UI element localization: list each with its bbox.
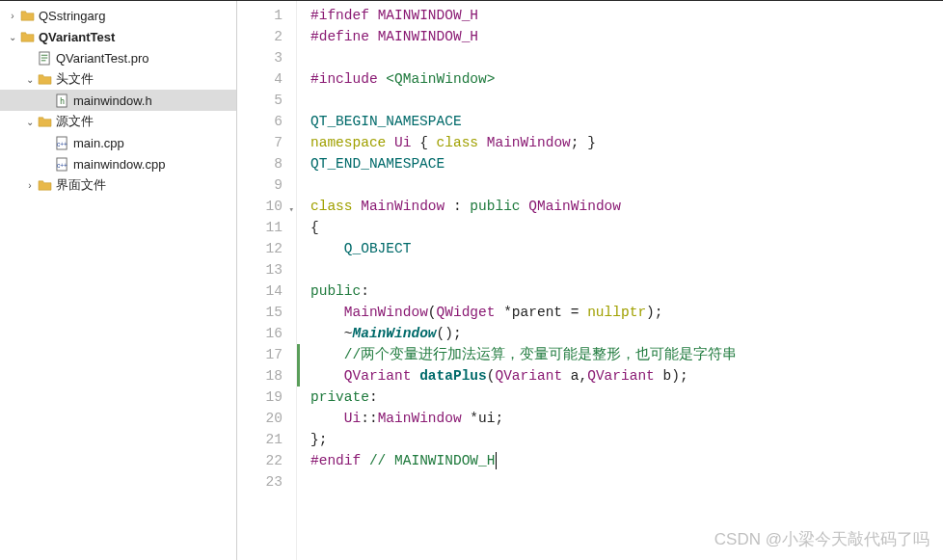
fold-icon[interactable]: ▾ [289,200,294,221]
svg-rect-3 [40,60,45,61]
code-line[interactable] [310,47,943,68]
code-line[interactable]: Ui::MainWindow *ui; [310,408,943,429]
code-line[interactable]: namespace Ui { class MainWindow; } [310,132,943,153]
tree-item--[interactable]: ›界面文件 [0,174,236,196]
tree-item--[interactable]: ⌄源文件 [0,111,236,132]
tree-item-main-cpp[interactable]: c++main.cpp [0,132,236,153]
code-line[interactable]: #define MAINWINDOW_H [310,26,943,47]
token: QT_BEGIN_NAMESPACE [310,114,462,129]
tree-item-label: 源文件 [56,113,94,130]
line-number: 21 [237,429,283,450]
line-number: 12 [237,238,283,259]
tree-item-label: QVariantTest [39,30,115,44]
token: public [470,199,520,214]
code-line[interactable]: //两个变量进行加法运算，变量可能是整形，也可能是字符串 [310,344,943,365]
code-line[interactable] [310,174,943,196]
tree-item-mainwindow-cpp[interactable]: c++mainwindow.cpp [0,153,236,174]
token [310,347,344,362]
tree-item-qvarianttest-pro[interactable]: QVariantTest.pro [0,47,236,68]
line-number: 9 [237,174,283,196]
project-tree[interactable]: ›QSstringarg⌄QVariantTestQVariantTest.pr… [0,1,237,560]
line-number: 11 [237,217,283,238]
token [411,368,419,384]
code-line[interactable]: MainWindow(QWidget *parent = nullptr); [310,302,943,323]
token: #define [310,29,369,44]
token [478,135,487,150]
profile-icon [37,50,52,66]
token: *parent = [495,305,587,320]
code-line[interactable]: public: [310,280,943,302]
token: MAINWINDOW_H [378,8,478,23]
token: nullptr [587,305,646,320]
token: #endif [310,453,361,468]
token [353,199,362,214]
token: { [310,220,319,235]
token: QWidget [437,305,496,320]
token: MainWindow [361,199,445,214]
expander-icon[interactable]: ⌄ [6,32,19,42]
tree-item-qvarianttest[interactable]: ⌄QVariantTest [0,26,236,47]
code-editor[interactable]: 12345678910▾11121314151617181920212223 #… [237,1,943,560]
token: Ui [344,411,361,426]
token: QMainWindow [528,199,621,214]
code-line[interactable]: Q_OBJECT [310,238,943,259]
code-line[interactable]: ~MainWindow(); [310,323,943,344]
token [386,135,394,150]
folder-icon [19,8,35,23]
token [310,241,344,256]
token: MainWindow [344,305,428,320]
token: MainWindow [353,326,437,341]
line-number: 22 [237,450,283,471]
token: b); [655,368,688,384]
tree-item-mainwindow-h[interactable]: hmainwindow.h [0,90,236,111]
expander-icon[interactable]: ⌄ [23,117,37,127]
code-line[interactable]: QT_END_NAMESPACE [310,153,943,174]
code-line[interactable]: QT_BEGIN_NAMESPACE [310,111,943,132]
cppfile-icon: c++ [54,135,69,150]
token: <QMainWindow> [386,71,495,87]
code-line[interactable]: { [310,217,943,238]
token: Ui [394,135,411,150]
tree-item-label: 头文件 [56,70,94,88]
token: : [361,283,369,299]
token: // MAINWINDOW_H [369,453,496,468]
code-line[interactable]: #include <QMainWindow> [310,68,943,90]
token [369,8,378,23]
code-line[interactable]: QVariant dataPlus(QVariant a,QVariant b)… [310,365,943,387]
code-line[interactable]: #ifndef MAINWINDOW_H [310,5,943,26]
expander-icon[interactable]: › [6,11,19,21]
tree-item-label: QVariantTest.pro [56,51,149,66]
code-line[interactable]: #endif // MAINWINDOW_H [310,450,943,471]
code-line[interactable] [310,259,943,280]
line-number: 15 [237,302,283,323]
token [310,411,344,426]
folder-icon [37,71,52,87]
tree-item-qsstringarg[interactable]: ›QSstringarg [0,5,236,26]
line-number: 17 [237,344,283,365]
token [310,305,344,320]
token: QT_END_NAMESPACE [310,156,445,172]
expander-icon[interactable]: › [23,180,37,191]
token: *ui; [462,411,504,426]
folder-icon [37,114,52,129]
code-line[interactable]: private: [310,387,943,408]
token: class [437,135,479,150]
hfile-icon: h [54,93,69,108]
svg-text:c++: c++ [57,162,67,169]
code-area[interactable]: #ifndef MAINWINDOW_H#define MAINWINDOW_H… [297,1,943,560]
token: MainWindow [378,411,462,426]
code-line[interactable] [310,471,943,493]
line-number-gutter: 12345678910▾11121314151617181920212223 [237,1,297,560]
token: namespace [310,135,386,150]
token: QVariant [344,368,412,384]
token: : [369,389,378,405]
line-number: 18 [237,365,283,387]
line-number: 4 [237,68,283,90]
expander-icon[interactable]: ⌄ [23,74,37,85]
line-number: 13 [237,259,283,280]
code-line[interactable]: }; [310,429,943,450]
tree-item--[interactable]: ⌄头文件 [0,68,236,90]
code-line[interactable]: class MainWindow : public QMainWindow [310,196,943,217]
code-line[interactable] [310,90,943,111]
token: #include [310,71,378,87]
